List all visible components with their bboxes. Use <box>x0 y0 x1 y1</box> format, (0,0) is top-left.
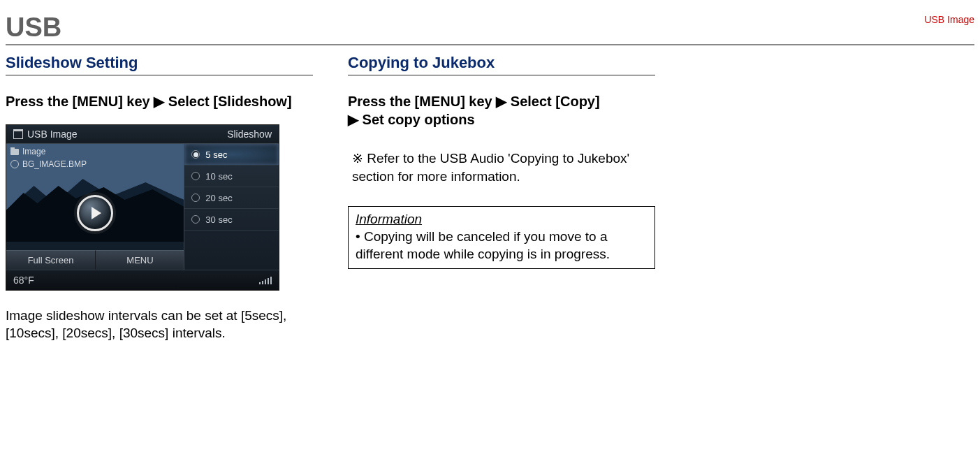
info-box-body: • Copying will be canceled if you move t… <box>356 229 610 261</box>
heading-rule-1 <box>6 75 313 75</box>
screen-topbar: USB Image Slideshow <box>6 125 279 144</box>
option-label: 10 sec <box>205 171 232 182</box>
heading-rule-2 <box>348 75 655 75</box>
information-box: Information • Copying will be canceled i… <box>348 206 655 269</box>
folder-icon <box>10 149 19 155</box>
instruction-slideshow: Press the [MENU] key ▶ Select [Slideshow… <box>6 92 313 110</box>
softkey-menu: MENU <box>96 250 184 270</box>
file-label: BG_IMAGE.BMP <box>22 158 87 170</box>
screen-statusbar: 68°F <box>6 270 279 290</box>
options-fill <box>184 231 279 270</box>
option-5sec: 5 sec <box>184 144 279 166</box>
folder-row: Image <box>10 145 87 158</box>
copying-note: ※ Refer to the USB Audio 'Copying to Juk… <box>352 150 655 185</box>
instr-text-1b: Select [Slideshow] <box>164 94 291 109</box>
option-30sec: 30 sec <box>184 209 279 231</box>
play-button <box>77 195 113 231</box>
screen-softkeys: Full Screen MENU <box>6 250 184 270</box>
info-box-title: Information <box>356 212 422 226</box>
arrow-icon: ▶ <box>154 92 164 110</box>
screen-file-list: Image BG_IMAGE.BMP <box>10 145 87 170</box>
screen-image-pane: Image BG_IMAGE.BMP Full Screen <box>6 144 184 270</box>
play-icon <box>92 207 101 219</box>
radio-off-icon <box>191 194 200 202</box>
col-slideshow: Slideshow Setting Press the [MENU] key ▶… <box>6 54 313 342</box>
option-20sec: 20 sec <box>184 187 279 209</box>
usb-icon <box>13 129 23 139</box>
screen-body: Image BG_IMAGE.BMP Full Screen <box>6 144 279 270</box>
status-temp: 68°F <box>13 275 34 286</box>
option-label: 5 sec <box>205 150 227 160</box>
arrow-icon: ▶ <box>348 110 358 129</box>
screen-title: USB Image <box>27 129 78 140</box>
radio-on-icon <box>191 150 200 159</box>
softkey-fullscreen: Full Screen <box>6 250 96 270</box>
columns: Slideshow Setting Press the [MENU] key ▶… <box>6 54 974 342</box>
file-bullet-icon <box>10 160 19 168</box>
instr-text-2c: Set copy options <box>358 112 475 127</box>
file-row: BG_IMAGE.BMP <box>10 158 87 170</box>
option-label: 30 sec <box>205 214 232 225</box>
radio-off-icon <box>191 215 200 224</box>
screen-options-pane: 5 sec 10 sec 20 sec 30 sec <box>184 144 279 270</box>
radio-off-icon <box>191 172 200 180</box>
instr-text-1a: Press the [MENU] key <box>6 94 154 109</box>
screen-menu-title: Slideshow <box>227 129 272 140</box>
title-rule <box>6 44 974 45</box>
heading-slideshow: Slideshow Setting <box>6 54 313 73</box>
heading-copying: Copying to Jukebox <box>348 54 655 73</box>
slideshow-description: Image slideshow intervals can be set at … <box>6 307 313 342</box>
arrow-icon: ▶ <box>496 92 506 110</box>
instr-text-2a: Press the [MENU] key <box>348 94 496 109</box>
header-tag: USB Image <box>924 14 974 25</box>
instr-text-2b: Select [Copy] <box>506 94 599 109</box>
folder-label: Image <box>22 145 45 158</box>
signal-icon <box>259 276 272 284</box>
option-10sec: 10 sec <box>184 166 279 187</box>
page-title: USB <box>6 13 974 43</box>
screen-topbar-left: USB Image <box>13 129 78 140</box>
option-label: 20 sec <box>205 193 232 203</box>
col-copying: Copying to Jukebox Press the [MENU] key … <box>348 54 655 342</box>
device-screenshot: USB Image Slideshow Image <box>6 124 279 291</box>
instruction-copying: Press the [MENU] key ▶ Select [Copy] ▶ S… <box>348 92 655 129</box>
